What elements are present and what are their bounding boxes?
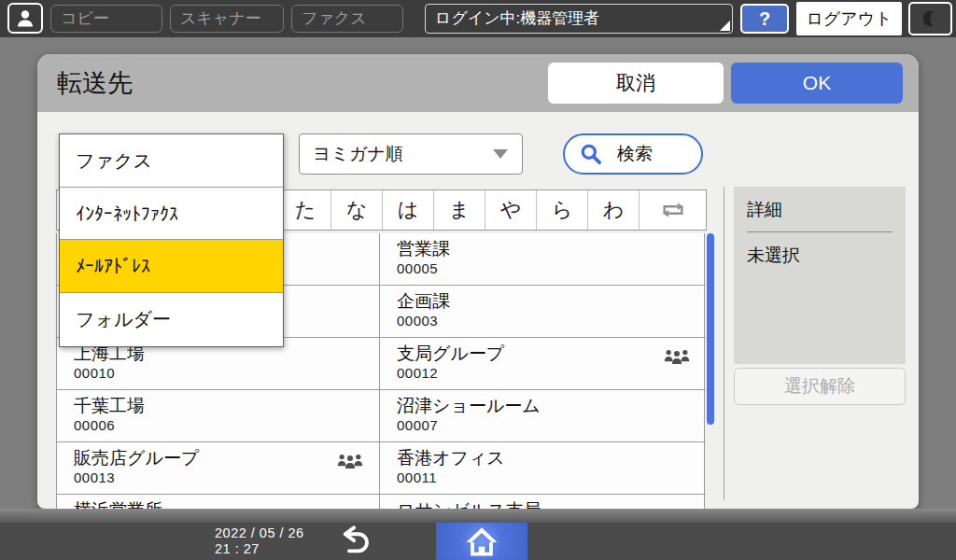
detail-title: 詳細 bbox=[747, 198, 893, 222]
tab-ya[interactable]: や bbox=[485, 190, 536, 230]
destination-number: 00011 bbox=[397, 469, 437, 485]
sort-order-select[interactable]: ヨミガナ順 bbox=[299, 133, 523, 175]
destination-name: 販売店グループ bbox=[74, 446, 199, 470]
back-arrow-icon bbox=[336, 524, 373, 559]
group-icon bbox=[336, 452, 364, 470]
moon-icon bbox=[921, 7, 941, 30]
destination-number: 00005 bbox=[397, 260, 438, 276]
destination-type-menu: ファクス ｲﾝﾀｰﾈｯﾄﾌｧｸｽ ﾒｰﾙｱﾄﾞﾚｽ フォルダー bbox=[59, 133, 284, 347]
cancel-button[interactable]: 取消 bbox=[548, 63, 724, 104]
destination-number: 00006 bbox=[74, 417, 115, 433]
ok-button[interactable]: OK bbox=[731, 63, 903, 104]
destination-number: 00003 bbox=[397, 313, 438, 329]
destination-cell[interactable]: 営業課 00005 bbox=[380, 233, 706, 285]
panel-divider bbox=[724, 187, 724, 500]
sort-order-value: ヨミガナ順 bbox=[313, 134, 403, 174]
destination-name: 千葉工場 bbox=[74, 394, 145, 418]
destination-name: 沼津ショールーム bbox=[397, 394, 541, 418]
login-status-button[interactable]: ログイン中:機器管理者 bbox=[425, 4, 733, 34]
destination-name: 企画課 bbox=[397, 289, 450, 314]
copy-app-button[interactable]: コピー bbox=[50, 5, 162, 33]
user-button[interactable] bbox=[7, 3, 43, 34]
time-label: 21 : 27 bbox=[215, 541, 304, 557]
destination-name: 営業課 bbox=[397, 237, 450, 261]
destination-cell[interactable]: 横浜営業所 bbox=[57, 495, 380, 509]
bottom-bar: 2022 / 05 / 26 21 : 27 bbox=[0, 523, 956, 560]
list-scrollbar-thumb[interactable] bbox=[707, 233, 714, 425]
back-button[interactable] bbox=[322, 523, 387, 560]
detail-status: 未選択 bbox=[747, 244, 893, 268]
destination-name: 横浜営業所 bbox=[74, 498, 162, 509]
login-status-label: ログイン中:機器管理者 bbox=[435, 9, 599, 27]
top-bar: コピー スキャナー ファクス ログイン中:機器管理者 ? ログアウト bbox=[0, 0, 956, 37]
magnifier-icon bbox=[580, 143, 602, 165]
group-icon bbox=[663, 347, 691, 366]
sleep-mode-button[interactable] bbox=[908, 2, 952, 35]
destination-cell[interactable]: 香港オフィス 00011 bbox=[380, 442, 706, 494]
home-icon bbox=[464, 525, 499, 557]
tab-na[interactable]: な bbox=[330, 190, 382, 230]
scanner-app-button[interactable]: スキャナー bbox=[170, 5, 284, 33]
logout-button[interactable]: ログアウト bbox=[796, 2, 902, 35]
deselect-button[interactable]: 選択解除 bbox=[734, 368, 906, 405]
table-row: 千葉工場 00006 沼津ショールーム 00007 bbox=[57, 390, 706, 442]
destination-cell[interactable]: ロサンゼルス支局 bbox=[380, 495, 706, 509]
destination-number: 00010 bbox=[74, 365, 115, 381]
menu-item-fax[interactable]: ファクス bbox=[60, 134, 283, 188]
forward-destination-dialog: 転送先 取消 OK ヨミガナ順 検索 た な は ま や ら わ bbox=[37, 54, 919, 509]
destination-name: 香港オフィス bbox=[397, 446, 505, 470]
search-button[interactable]: 検索 bbox=[563, 133, 703, 175]
destination-name: 支局グループ bbox=[397, 342, 504, 366]
bottom-shadow bbox=[0, 509, 956, 523]
switch-view-button[interactable] bbox=[639, 190, 706, 230]
destination-cell[interactable]: 企画課 00003 bbox=[380, 286, 706, 337]
touch-panel-screen: コピー スキャナー ファクス ログイン中:機器管理者 ? ログアウト 転送先 取… bbox=[0, 0, 956, 560]
destination-cell[interactable]: 販売店グループ 00013 bbox=[57, 442, 380, 494]
destination-number: 00013 bbox=[74, 469, 115, 485]
help-button[interactable]: ? bbox=[740, 4, 789, 34]
tab-ha[interactable]: は bbox=[382, 190, 433, 230]
dialog-header: 転送先 取消 OK bbox=[37, 54, 919, 112]
table-row: 横浜営業所 ロサンゼルス支局 bbox=[57, 495, 706, 509]
detail-divider bbox=[747, 231, 893, 232]
tab-ra[interactable]: ら bbox=[536, 190, 587, 230]
destination-cell[interactable]: 千葉工場 00006 bbox=[57, 390, 380, 441]
dialog-title: 転送先 bbox=[57, 54, 133, 112]
user-icon bbox=[14, 7, 36, 30]
tab-ta[interactable]: た bbox=[279, 190, 330, 230]
destination-number: 00012 bbox=[397, 365, 438, 381]
destination-cell[interactable]: 支局グループ 00012 bbox=[380, 338, 706, 389]
menu-item-folder[interactable]: フォルダー bbox=[60, 293, 283, 346]
table-row: 販売店グループ 00013 香港オフィス 00011 bbox=[57, 442, 706, 495]
detail-panel: 詳細 未選択 bbox=[734, 187, 906, 364]
date-label: 2022 / 05 / 26 bbox=[215, 525, 304, 541]
destination-number: 00007 bbox=[397, 417, 438, 433]
tab-ma[interactable]: ま bbox=[433, 190, 485, 230]
menu-item-email-address[interactable]: ﾒｰﾙｱﾄﾞﾚｽ bbox=[60, 240, 283, 293]
reorder-icon bbox=[660, 200, 686, 220]
datetime-display: 2022 / 05 / 26 21 : 27 bbox=[215, 525, 304, 557]
home-button[interactable] bbox=[436, 523, 527, 560]
destination-name: ロサンゼルス支局 bbox=[397, 498, 541, 509]
corner-fold-icon bbox=[720, 21, 730, 31]
menu-item-internet-fax[interactable]: ｲﾝﾀｰﾈｯﾄﾌｧｸｽ bbox=[60, 188, 283, 241]
tab-wa[interactable]: わ bbox=[587, 190, 639, 230]
search-label: 検索 bbox=[617, 142, 653, 166]
fax-app-button[interactable]: ファクス bbox=[291, 5, 403, 33]
destination-cell[interactable]: 沼津ショールーム 00007 bbox=[380, 390, 706, 441]
caret-down-icon bbox=[493, 149, 508, 159]
